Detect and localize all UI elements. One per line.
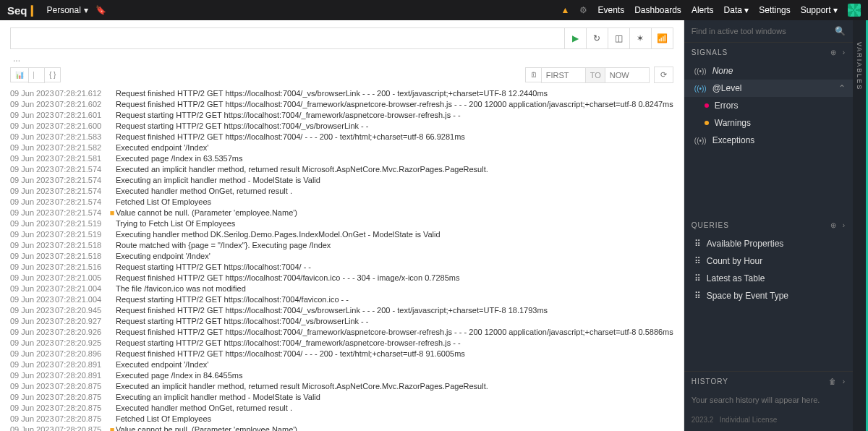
refresh-mode-button[interactable]: ↻ <box>587 27 608 49</box>
event-message: Value cannot be null. (Parameter 'employ… <box>116 208 673 218</box>
event-row[interactable]: 09 Jun 202307:28:21.516Request starting … <box>10 261 673 272</box>
event-row[interactable]: 09 Jun 202307:28:20.875Executed handler … <box>10 402 673 413</box>
right-panel: 🔍 SIGNALS ⊕ › ((•)) None ((•)) @Level ⌃ … <box>684 20 853 431</box>
event-row[interactable]: 09 Jun 202307:28:21.581Executed page /In… <box>10 153 673 163</box>
event-row[interactable]: 09 Jun 202307:28:21.574Fetched List Of E… <box>10 196 673 207</box>
run-query-button[interactable]: ▶ <box>565 27 587 49</box>
event-row[interactable]: 09 Jun 202307:28:20.875Executing an impl… <box>10 391 673 402</box>
nav-events[interactable]: Events <box>597 5 624 15</box>
event-row[interactable]: 09 Jun 202307:28:21.582Executed endpoint… <box>10 142 673 153</box>
event-row[interactable]: 09 Jun 202307:28:20.891Executed endpoint… <box>10 359 673 370</box>
signal-none-label: None <box>712 66 733 76</box>
clear-history-button[interactable]: 🗑 <box>829 377 837 385</box>
signal-level[interactable]: ((•)) @Level ⌃ <box>684 80 853 97</box>
signal-stream-button[interactable]: 📶 <box>652 27 673 49</box>
event-message: Route matched with {page = "/Index"}. Ex… <box>116 240 673 250</box>
query-bar: ▶ ↻ ◫ ✶ 📶 <box>10 27 673 49</box>
event-row[interactable]: 09 Jun 202307:28:21.004Request starting … <box>10 294 673 304</box>
event-row[interactable]: 09 Jun 202307:28:20.896Request finished … <box>10 348 673 359</box>
add-query-button[interactable]: ⊕ <box>830 221 837 229</box>
range-first-input[interactable] <box>541 67 586 83</box>
event-time: 07:28:21.516 <box>55 262 109 272</box>
calendar-icon[interactable]: 🗓 <box>525 67 542 82</box>
query-ellipsis[interactable]: ... <box>13 54 671 64</box>
event-row[interactable]: 09 Jun 202307:28:21.519Executing handler… <box>10 229 673 239</box>
event-date: 09 Jun 2023 <box>10 381 55 391</box>
event-message: Request finished HTTP/2 GET https://loca… <box>116 132 673 142</box>
notifications-button[interactable]: ✶ <box>630 27 652 49</box>
event-row[interactable]: 09 Jun 202307:28:21.518Executing endpoin… <box>10 250 673 261</box>
event-time: 07:28:21.519 <box>55 229 109 239</box>
event-message: Executed handler method OnGet, returned … <box>116 403 673 413</box>
warning-icon[interactable]: ▲ <box>561 5 570 15</box>
event-row[interactable]: 09 Jun 202307:28:21.518Route matched wit… <box>10 239 673 250</box>
event-row[interactable]: 09 Jun 202307:28:21.583Request finished … <box>10 131 673 142</box>
histogram-button[interactable]: 📊 <box>10 67 29 82</box>
refresh-range-button[interactable]: ⟳ <box>654 67 673 83</box>
right-search-input[interactable] <box>692 27 835 35</box>
event-level-dot <box>109 186 116 196</box>
grid-view-button[interactable]: ◫ <box>608 27 630 49</box>
event-date: 09 Jun 2023 <box>10 153 55 163</box>
event-row[interactable]: 09 Jun 202307:28:20.927Request starting … <box>10 315 673 326</box>
event-message: Request finished HTTP/2 GET https://loca… <box>116 349 673 359</box>
event-row[interactable]: 09 Jun 202307:28:20.875Fetched List Of E… <box>10 413 673 424</box>
event-level-dot <box>109 153 116 163</box>
event-time: 07:28:21.601 <box>55 110 109 120</box>
event-row[interactable]: 09 Jun 202307:28:20.875■Value cannot be … <box>10 424 673 431</box>
nav-alerts[interactable]: Alerts <box>692 5 714 15</box>
query-latest-as-table[interactable]: ⠿Latest as Table <box>684 270 853 287</box>
workspace-dropdown[interactable]: Personal ▾ <box>47 5 88 15</box>
event-row[interactable]: 09 Jun 202307:28:20.891Executed page /In… <box>10 370 673 380</box>
timeline-button[interactable]: ⎸ <box>28 67 45 83</box>
query-available-properties[interactable]: ⠿Available Properties <box>684 235 853 252</box>
nav-dashboards[interactable]: Dashboards <box>634 5 681 15</box>
nav-support[interactable]: Support ▾ <box>801 5 838 15</box>
signal-none[interactable]: ((•)) None <box>684 62 853 80</box>
history-chevron-icon[interactable]: › <box>843 377 846 385</box>
event-row[interactable]: 09 Jun 202307:28:20.945Request finished … <box>10 304 673 315</box>
query-input[interactable] <box>10 27 565 49</box>
bookmark-icon[interactable]: 🔖 <box>95 5 106 15</box>
event-message: Executing endpoint '/Index' <box>116 251 673 261</box>
event-row[interactable]: 09 Jun 202307:28:20.926Request finished … <box>10 326 673 337</box>
gear-icon[interactable]: ⚙ <box>579 5 587 15</box>
event-row[interactable]: 09 Jun 202307:28:21.004The file /favicon… <box>10 283 673 294</box>
signal-warnings[interactable]: Warnings <box>684 114 853 132</box>
nav-data[interactable]: Data ▾ <box>724 5 749 15</box>
main-layout: ▶ ↻ ◫ ✶ 📶 ... 📊 ⎸ { } 🗓 TO ⟳ 09 Jun 2023… <box>0 20 868 431</box>
event-row[interactable]: 09 Jun 202307:28:21.574■Value cannot be … <box>10 207 673 218</box>
signals-chevron-icon[interactable]: › <box>843 48 846 56</box>
event-row[interactable]: 09 Jun 202307:28:20.925Request starting … <box>10 337 673 348</box>
brand-logo[interactable]: Seq❙ <box>7 4 37 17</box>
signal-errors[interactable]: Errors <box>684 97 853 114</box>
event-row[interactable]: 09 Jun 202307:28:21.574Executed an impli… <box>10 163 673 174</box>
event-row[interactable]: 09 Jun 202307:28:21.574Executed handler … <box>10 185 673 196</box>
events-list[interactable]: 09 Jun 202307:28:21.612Request finished … <box>0 88 684 431</box>
range-now-input[interactable] <box>605 67 650 83</box>
event-row[interactable]: 09 Jun 202307:28:21.612Request finished … <box>10 88 673 98</box>
event-row[interactable]: 09 Jun 202307:28:21.600Request starting … <box>10 120 673 131</box>
user-avatar[interactable] <box>848 4 861 17</box>
variables-tab[interactable]: VARIABLES <box>853 20 866 431</box>
query-space-by-event-type[interactable]: ⠿Space by Event Type <box>684 287 853 304</box>
signal-exceptions[interactable]: ((•)) Exceptions <box>684 132 853 149</box>
search-icon[interactable]: 🔍 <box>835 26 846 36</box>
event-level-dot: ■ <box>109 424 116 431</box>
query-count-by-hour[interactable]: ⠿Count by Hour <box>684 252 853 270</box>
collapse-up-icon[interactable]: ⌃ <box>838 83 846 93</box>
event-row[interactable]: 09 Jun 202307:28:21.574Executing an impl… <box>10 174 673 185</box>
event-row[interactable]: 09 Jun 202307:28:21.601Request starting … <box>10 109 673 120</box>
event-level-dot <box>109 392 116 402</box>
event-level-dot <box>109 164 116 174</box>
event-message: Value cannot be null. (Parameter 'employ… <box>116 424 673 431</box>
add-signal-button[interactable]: ⊕ <box>830 48 837 56</box>
event-row[interactable]: 09 Jun 202307:28:21.005Request finished … <box>10 272 673 283</box>
event-row[interactable]: 09 Jun 202307:28:20.875Executed an impli… <box>10 380 673 391</box>
json-button[interactable]: { } <box>44 67 61 82</box>
event-row[interactable]: 09 Jun 202307:28:21.602Request finished … <box>10 98 673 109</box>
event-row[interactable]: 09 Jun 202307:28:21.519Trying to Fetch L… <box>10 218 673 229</box>
nav-settings[interactable]: Settings <box>759 5 790 15</box>
queries-chevron-icon[interactable]: › <box>843 221 846 229</box>
event-time: 07:28:20.875 <box>55 424 109 431</box>
